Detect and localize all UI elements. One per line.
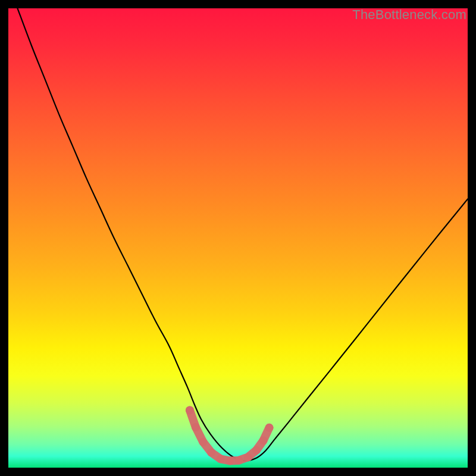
- marker-dot: [192, 423, 200, 431]
- marker-dot: [259, 436, 267, 444]
- marker-dot: [217, 455, 225, 463]
- gradient-background: [8, 8, 468, 468]
- marker-dot: [199, 438, 207, 446]
- marker-dot: [235, 456, 243, 465]
- watermark-label: TheBottleneck.com: [352, 7, 466, 23]
- marker-dot: [244, 453, 252, 461]
- chart-canvas: [8, 8, 468, 468]
- marker-dot: [226, 456, 234, 465]
- marker-dot: [265, 424, 273, 432]
- marker-dot: [207, 449, 215, 457]
- marker-dot: [186, 406, 194, 415]
- marker-dot: [252, 446, 261, 455]
- chart-frame: TheBottleneck.com: [8, 8, 468, 468]
